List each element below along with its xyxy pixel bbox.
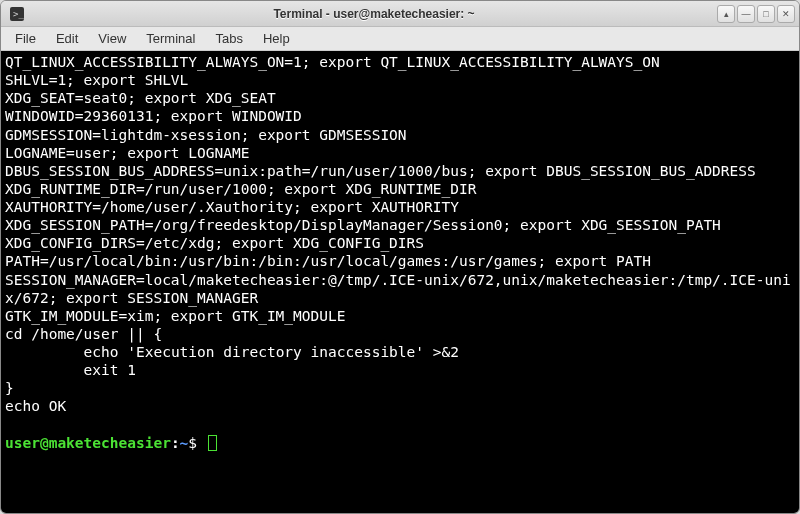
terminal-line: WINDOWID=29360131; export WINDOWID: [5, 107, 795, 125]
close-button[interactable]: ✕: [777, 5, 795, 23]
terminal-line: SESSION_MANAGER=local/maketecheasier:@/t…: [5, 271, 795, 307]
maximize-button[interactable]: □: [757, 5, 775, 23]
terminal-line: XAUTHORITY=/home/user/.Xauthority; expor…: [5, 198, 795, 216]
terminal-line: }: [5, 379, 795, 397]
terminal-line: SHLVL=1; export SHLVL: [5, 71, 795, 89]
terminal-line: PATH=/usr/local/bin:/usr/bin:/bin:/usr/l…: [5, 252, 795, 270]
terminal-line: XDG_SESSION_PATH=/org/freedesktop/Displa…: [5, 216, 795, 234]
terminal-line: XDG_RUNTIME_DIR=/run/user/1000; export X…: [5, 180, 795, 198]
terminal-line: echo OK: [5, 397, 795, 415]
terminal-line: cd /home/user || {: [5, 325, 795, 343]
terminal-line: QT_LINUX_ACCESSIBILITY_ALWAYS_ON=1; expo…: [5, 53, 795, 71]
minimize-button[interactable]: —: [737, 5, 755, 23]
terminal-line: echo 'Execution directory inaccessible' …: [5, 343, 795, 361]
window-title: Terminal - user@maketecheasier: ~: [31, 7, 717, 21]
menu-help[interactable]: Help: [255, 29, 298, 48]
terminal-line: GTK_IM_MODULE=xim; export GTK_IM_MODULE: [5, 307, 795, 325]
shade-button[interactable]: ▴: [717, 5, 735, 23]
titlebar[interactable]: >_ Terminal - user@maketecheasier: ~ ▴ —…: [1, 1, 799, 27]
terminal-window: >_ Terminal - user@maketecheasier: ~ ▴ —…: [0, 0, 800, 514]
menu-edit[interactable]: Edit: [48, 29, 86, 48]
terminal-line: DBUS_SESSION_BUS_ADDRESS=unix:path=/run/…: [5, 162, 795, 180]
menu-tabs[interactable]: Tabs: [207, 29, 250, 48]
menu-terminal[interactable]: Terminal: [138, 29, 203, 48]
terminal-line: LOGNAME=user; export LOGNAME: [5, 144, 795, 162]
terminal-icon: >_: [9, 6, 25, 22]
terminal-line: GDMSESSION=lightdm-xsession; export GDMS…: [5, 126, 795, 144]
terminal-prompt[interactable]: user@maketecheasier:~$: [5, 434, 795, 452]
menu-view[interactable]: View: [90, 29, 134, 48]
terminal-line: XDG_CONFIG_DIRS=/etc/xdg; export XDG_CON…: [5, 234, 795, 252]
svg-text:>_: >_: [13, 9, 24, 19]
window-controls: ▴ — □ ✕: [717, 5, 795, 23]
terminal-line: [5, 416, 795, 434]
cursor: [208, 435, 217, 451]
terminal-output[interactable]: QT_LINUX_ACCESSIBILITY_ALWAYS_ON=1; expo…: [1, 51, 799, 513]
terminal-line: exit 1: [5, 361, 795, 379]
menubar: File Edit View Terminal Tabs Help: [1, 27, 799, 51]
terminal-line: XDG_SEAT=seat0; export XDG_SEAT: [5, 89, 795, 107]
menu-file[interactable]: File: [7, 29, 44, 48]
